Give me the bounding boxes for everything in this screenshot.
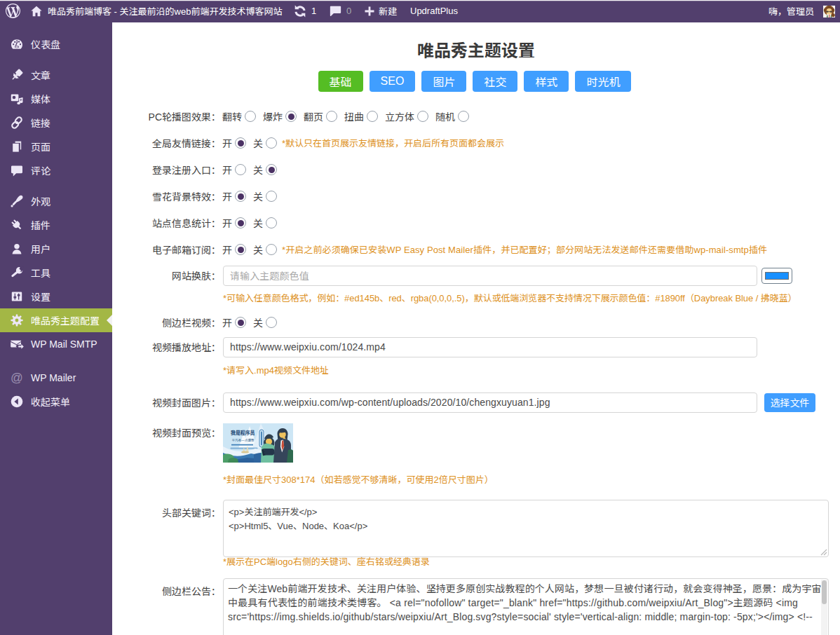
svg-text:我是程序员: 我是程序员: [231, 429, 255, 436]
svg-text:平凡有一点理想: 平凡有一点理想: [232, 438, 255, 442]
svg-text:@: @: [11, 371, 23, 385]
